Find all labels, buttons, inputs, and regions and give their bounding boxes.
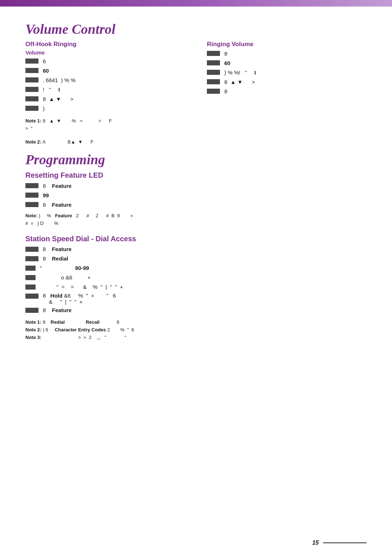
step-row: ! " I [25,85,185,93]
step-row: " = = & % " | " " + [25,283,367,291]
volume-control-title: Volume Control [25,21,367,37]
station-speed-dial-subsection: Station Speed Dial - Dial Access 8 Featu… [25,235,367,341]
step-row: 8 ▲ ▼ > [25,95,185,103]
step-row: ) [25,104,185,112]
off-hook-column: Off-Hook Ringing Volume 6 60 . 6641 ) % … [25,41,185,114]
step-row: 60 [207,59,367,67]
step-bar-icon [25,202,38,207]
volume-note1: Note 1: 8 ▲ ▼ % = > F > " [25,117,367,133]
step-bar-icon [25,58,38,64]
programming-title: Programming [25,152,367,167]
step-row: ) % %! " I [207,68,367,76]
resetting-led-heading: Resetting Feature LED [25,171,367,179]
step-bar-icon [25,247,38,252]
step-row: 99 [25,191,367,199]
step-row: o &6 + [25,274,367,282]
step-row: 60 [25,66,185,74]
step-bar-icon [25,183,38,188]
programming-section: Programming Resetting Feature LED 8 Feat… [25,152,367,341]
step-bar-icon [25,284,36,290]
ringing-heading: Ringing Volume [207,41,367,48]
step-row: 8 [207,87,367,95]
step-row: 8 Feature [25,306,367,314]
step-row: " 80-99 [25,264,367,272]
resetting-led-subsection: Resetting Feature LED 8 Feature 99 8 Fea… [25,171,367,227]
step-row: 6 [25,57,185,65]
step-bar-icon [207,70,220,75]
step-bar-icon [25,68,38,73]
volume-sub-heading: Volume [25,49,185,56]
step-bar-icon [207,89,220,94]
station-speed-notes: Note 1: 8 Redial Recall 6 Note 2: ) 6 Ch… [25,319,367,341]
resetting-led-note: Note: ) % Feature 2 # 2 # B 9 = # = ) D … [25,212,367,227]
step-bar-icon [25,275,36,280]
step-bar-icon [25,106,38,111]
step-bar-icon [25,266,36,271]
station-speed-heading: Station Speed Dial - Dial Access [25,235,367,243]
step-row: 8 Redial [25,255,367,263]
step-bar-icon [207,79,220,84]
step-row: 8 [207,49,367,57]
ringing-volume-column: Ringing Volume 8 60 ) % %! " I 8 ▲ ▼ > [207,41,367,114]
step-row: . 6641 ) % % [25,76,185,84]
step-bar-icon [25,308,38,313]
step-row: 8 Feature [25,182,367,190]
step-row: 8 Hold &6 % " + " 6 & " | " " + [25,292,367,305]
step-bar-icon [25,294,38,299]
page-number-line [323,542,367,543]
step-row: 8 Feature [25,245,367,253]
top-bar [0,0,392,7]
step-bar-icon [25,256,38,261]
off-hook-heading: Off-Hook Ringing [25,41,185,48]
step-bar-icon [25,77,38,82]
page-number-area: 15 [312,540,367,546]
step-bar-icon [25,87,38,92]
step-bar-icon [207,51,220,56]
volume-note2: Note 2: A B▲ ▼ F [25,138,367,146]
step-bar-icon [25,193,38,198]
step-bar-icon [207,60,220,65]
step-row: 8 Feature [25,201,367,209]
step-row: 8 ▲ ▼ > [207,78,367,86]
page-number-text: 15 [312,540,319,546]
volume-control-section: Volume Control Off-Hook Ringing Volume 6… [25,21,367,146]
step-bar-icon [25,96,38,101]
